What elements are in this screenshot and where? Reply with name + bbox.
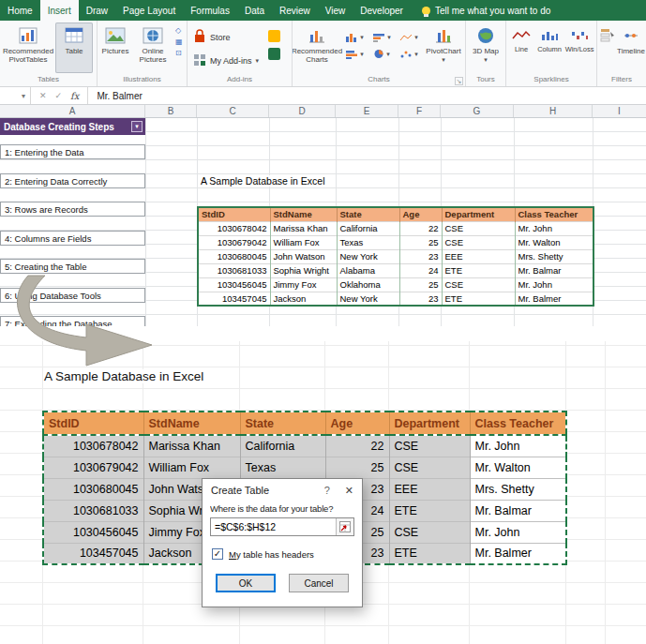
cancel-button[interactable]: Cancel bbox=[289, 574, 349, 592]
pivotchart-button[interactable]: PivotChart ▾ bbox=[423, 22, 464, 73]
recommended-charts-button[interactable]: Recommended Charts bbox=[293, 22, 340, 73]
cell[interactable]: EEE bbox=[389, 478, 470, 500]
checkbox-checked-icon[interactable]: ✓ bbox=[212, 548, 223, 560]
enter-icon[interactable]: ✓ bbox=[55, 91, 63, 100]
cell[interactable]: California bbox=[240, 435, 325, 457]
header-cell[interactable]: Department bbox=[389, 412, 470, 435]
cell[interactable]: 23 bbox=[399, 292, 442, 306]
cell[interactable]: 103457045 bbox=[43, 543, 143, 564]
cell[interactable]: Mrs. Shetty bbox=[515, 249, 593, 263]
tell-me-box[interactable]: Tell me what you want to do bbox=[422, 0, 550, 21]
formula-input[interactable]: Mr. Balmer bbox=[88, 91, 142, 101]
tab-draw[interactable]: Draw bbox=[79, 0, 115, 21]
filter-dropdown-icon[interactable]: ▾ bbox=[131, 121, 143, 132]
online-pictures-button[interactable]: Online Pictures bbox=[132, 22, 173, 73]
slicer-button[interactable] bbox=[598, 22, 617, 73]
cell[interactable]: Mr. Walton bbox=[470, 457, 566, 478]
range-value[interactable]: =$C$6:$H$12 bbox=[211, 518, 336, 535]
cell[interactable]: 25 bbox=[399, 235, 442, 249]
timeline-button[interactable]: Timeline bbox=[617, 22, 645, 73]
cell[interactable]: 1030456045 bbox=[43, 521, 143, 543]
cell[interactable]: 25 bbox=[325, 457, 389, 478]
cell[interactable]: William Fox bbox=[143, 457, 240, 478]
cell[interactable]: CSE bbox=[389, 457, 470, 478]
insert-function-icon[interactable]: fx bbox=[70, 91, 79, 101]
header-cell[interactable]: StdID bbox=[43, 412, 143, 435]
cell[interactable]: 23 bbox=[399, 249, 442, 263]
dialog-launcher-icon[interactable]: ↘ bbox=[455, 77, 463, 85]
header-cell[interactable]: State bbox=[240, 412, 325, 435]
sheet-caption-cell[interactable]: A Sample Database in Excel bbox=[201, 175, 329, 187]
column-header-c[interactable]: C bbox=[197, 105, 269, 117]
cell[interactable]: 22 bbox=[325, 435, 389, 457]
cell[interactable]: Jimmy Fox bbox=[270, 277, 337, 292]
header-cell[interactable]: State bbox=[337, 207, 399, 221]
zoom-sheet-caption[interactable]: A Sample Database in Excel bbox=[44, 369, 211, 383]
cell[interactable]: CSE bbox=[442, 277, 515, 292]
cell[interactable]: EEE bbox=[442, 249, 515, 263]
my-addins-button[interactable]: My Add-ins ▾ bbox=[193, 53, 259, 68]
cell[interactable]: Mr. Walton bbox=[515, 235, 593, 249]
cell[interactable]: ETE bbox=[389, 543, 470, 564]
tab-view[interactable]: View bbox=[318, 0, 353, 21]
bar-chart-button[interactable]: ▾ bbox=[341, 46, 368, 62]
column-header-i[interactable]: I bbox=[593, 105, 646, 117]
cell[interactable]: Oklahoma bbox=[337, 277, 399, 292]
cell[interactable]: ETE bbox=[389, 500, 470, 521]
column-header-a[interactable]: A bbox=[0, 105, 145, 117]
column-header-h[interactable]: H bbox=[514, 105, 593, 117]
step-item[interactable]: 3: Rows are Records bbox=[0, 202, 145, 217]
ok-button[interactable]: OK bbox=[216, 574, 276, 592]
table-button[interactable]: Table bbox=[55, 22, 93, 73]
column-header-b[interactable]: B bbox=[145, 105, 197, 117]
table-range-input[interactable]: =$C$6:$H$12 bbox=[210, 517, 354, 536]
sparkline-winloss-button[interactable]: Win/Loss bbox=[563, 22, 595, 53]
store-button[interactable]: Store bbox=[193, 29, 259, 46]
cell[interactable]: Mr. Balmar bbox=[515, 263, 593, 277]
cancel-icon[interactable]: ✕ bbox=[39, 91, 47, 100]
cell[interactable]: 1030678042 bbox=[198, 221, 270, 235]
step-item[interactable]: 2: Entering Data Correctly bbox=[0, 173, 145, 188]
header-cell[interactable]: Department bbox=[442, 207, 515, 221]
sparkline-column-button[interactable]: Column bbox=[535, 22, 563, 53]
header-cell[interactable]: StdName bbox=[143, 412, 240, 435]
addin-app-icon[interactable] bbox=[268, 30, 280, 42]
cell[interactable]: 22 bbox=[399, 221, 442, 235]
smartart-icon[interactable]: ▦ bbox=[175, 37, 183, 46]
header-cell[interactable]: Age bbox=[399, 207, 442, 221]
header-cell[interactable]: Class Teacher bbox=[515, 207, 593, 221]
headers-checkbox-row[interactable]: ✓ My table has headers bbox=[210, 548, 354, 560]
cell[interactable]: Texas bbox=[240, 457, 325, 478]
scatter-chart-button[interactable]: ▾ bbox=[396, 46, 422, 62]
cell[interactable]: Jackson bbox=[270, 292, 337, 306]
cell[interactable]: ETE bbox=[442, 292, 515, 306]
cell[interactable]: 1030680045 bbox=[198, 249, 270, 263]
3d-map-button[interactable]: 3D Map ▾ bbox=[467, 22, 504, 73]
column-header-g[interactable]: G bbox=[441, 105, 514, 117]
cell[interactable]: Mr. John bbox=[470, 435, 566, 457]
cell[interactable]: Mr. Balmar bbox=[470, 500, 566, 521]
screenshot-icon[interactable]: ⊡ bbox=[175, 49, 183, 57]
cell[interactable]: Marissa Khan bbox=[143, 435, 240, 457]
sparkline-line-button[interactable]: Line bbox=[507, 22, 535, 53]
cell[interactable]: 1030679042 bbox=[198, 235, 270, 249]
hierarchy-chart-button[interactable]: ▾ bbox=[368, 29, 395, 45]
close-icon[interactable]: ✕ bbox=[345, 485, 353, 497]
cell[interactable]: 103457045 bbox=[198, 292, 270, 306]
header-cell[interactable]: Age bbox=[325, 412, 389, 435]
name-box[interactable]: ▾ bbox=[0, 87, 31, 104]
cell[interactable]: ETE bbox=[442, 263, 515, 277]
header-cell[interactable]: StdName bbox=[270, 207, 337, 221]
cell[interactable]: 24 bbox=[399, 263, 442, 277]
tab-home[interactable]: Home bbox=[0, 0, 40, 21]
addin-app-icon[interactable] bbox=[268, 48, 280, 60]
cell[interactable]: CSE bbox=[442, 221, 515, 235]
steps-list-header[interactable]: Database Creating Steps ▾ bbox=[0, 118, 145, 135]
cell[interactable]: 25 bbox=[399, 277, 442, 292]
tab-formulas[interactable]: Formulas bbox=[183, 0, 237, 21]
cell[interactable]: New York bbox=[337, 249, 399, 263]
cell[interactable]: 1030679042 bbox=[43, 457, 143, 478]
tab-insert[interactable]: Insert bbox=[40, 0, 79, 21]
tab-review[interactable]: Review bbox=[272, 0, 318, 21]
shapes-icon[interactable]: ◇ bbox=[175, 26, 183, 35]
